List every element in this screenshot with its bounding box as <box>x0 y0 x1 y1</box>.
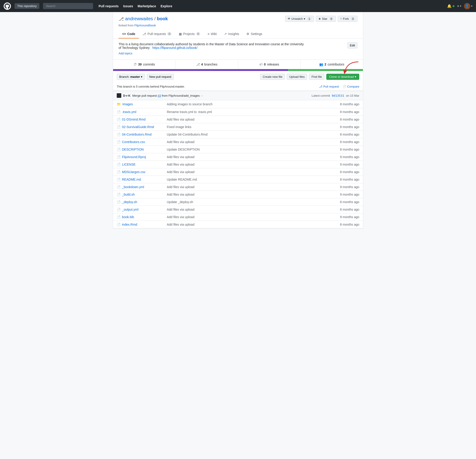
repo-desc-link[interactable]: https://fliparound.github.io/book/ <box>152 46 197 50</box>
file-link[interactable]: 📄 DESCRIPTION <box>117 148 160 151</box>
compare-link[interactable]: 📄 Compare <box>343 85 359 88</box>
unwatch-count: 1 <box>307 17 312 20</box>
file-name: LICENSE <box>122 163 136 166</box>
file-link[interactable]: 📄 README.md <box>117 178 160 181</box>
file-time: 8 months ago <box>340 148 359 151</box>
file-name-cell: 📄 MDSIJargon.csv <box>113 168 163 176</box>
notifications-button[interactable]: 🔔 <box>447 4 454 8</box>
find-file-button[interactable]: Find file <box>309 74 324 80</box>
add-topics-link[interactable]: Add topics <box>119 52 132 55</box>
branches-stat[interactable]: ⎇ 4 branches <box>176 60 238 69</box>
repo-description: This is a living document collaborativel… <box>113 39 363 51</box>
star-icon: ★ <box>318 17 321 20</box>
file-link[interactable]: 📄 02-SurvivalGuide.Rmd <box>117 125 160 129</box>
file-link[interactable]: 📄 _output.yml <box>117 208 160 211</box>
file-time-cell: 9 months ago <box>296 213 363 221</box>
table-row: 📄 index.Rmd Add files via upload 8 month… <box>113 221 363 228</box>
search-input[interactable] <box>43 3 93 9</box>
file-message-cell: Add files via upload <box>163 116 296 123</box>
repo-name-link[interactable]: book <box>157 16 168 21</box>
file-name-cell: 📄 FlipAround.Rproj <box>113 153 163 161</box>
user-avatar-button[interactable]: 👤 ▾ <box>464 3 472 9</box>
star-button[interactable]: ★ Star 0 <box>316 16 336 22</box>
contributors-stat[interactable]: 👥 2 contributors <box>301 60 363 69</box>
file-link[interactable]: 📄 book.bib <box>117 215 160 219</box>
edit-button[interactable]: Edit <box>348 42 357 49</box>
nav-issues[interactable]: Issues <box>123 4 133 8</box>
releases-stat[interactable]: 🏷 0 releases <box>238 60 301 69</box>
file-link[interactable]: 📄 01-DSmind.Rmd <box>117 117 160 121</box>
plus-button[interactable]: + ▾ <box>457 4 461 8</box>
table-row: 📄 README.md Update README.md 8 months ag… <box>113 176 363 183</box>
upload-files-button[interactable]: Upload files <box>287 74 307 80</box>
unwatch-button[interactable]: 👁 Unwatch ▾ 1 <box>285 16 314 22</box>
branches-icon: ⎇ <box>196 63 200 66</box>
file-link[interactable]: 📄 LICENSE <box>117 163 160 166</box>
table-row: 📄 DESCRIPTION Update DESCRIPTION 8 month… <box>113 146 363 153</box>
this-repository-button[interactable]: This repository <box>15 3 39 9</box>
unwatch-label: Unwatch <box>291 17 303 20</box>
tab-code[interactable]: <> Code <box>119 30 139 38</box>
repo-owner-link[interactable]: andrewwaites <box>125 16 153 21</box>
file-browser-header: Branch: master ▾ New pull request Create… <box>113 71 363 83</box>
pr-badge: 0 <box>167 32 171 35</box>
file-link[interactable]: 📄 MDSIJargon.csv <box>117 170 160 174</box>
content-wrapper: ⎇ andrewwaites / book 👁 Unwatch ▾ 1 <box>113 12 363 229</box>
commits-stat[interactable]: ⏱ 39 commits <box>113 60 176 69</box>
tab-wiki[interactable]: ≡ Wiki <box>204 30 221 38</box>
file-link[interactable]: 📄 FlipAround.Rproj <box>117 155 160 159</box>
fork-source-link[interactable]: FlipAround/book <box>134 24 156 27</box>
nav-explore[interactable]: Explore <box>161 4 172 8</box>
star-count: 0 <box>329 17 333 20</box>
chevron-down-icon: ▾ <box>304 17 305 20</box>
file-icon: 📄 <box>117 110 121 114</box>
file-message: Add files via upload <box>167 155 194 159</box>
file-icon: 📄 <box>117 133 121 136</box>
commit-hash-link[interactable]: 9d13531 <box>332 94 344 97</box>
pull-request-link[interactable]: ⎇ Pull request <box>319 85 339 88</box>
file-link[interactable]: 📄 Contributors.csv <box>117 140 160 144</box>
file-message-cell: Add files via upload <box>163 153 296 161</box>
compare-icon: 📄 <box>343 85 346 88</box>
file-name: 02-SurvivalGuide.Rmd <box>122 125 154 129</box>
file-name-cell: 📄 02-SurvivalGuide.Rmd <box>113 123 163 131</box>
tab-pull-requests[interactable]: ⎇ Pull requests 0 <box>139 30 175 38</box>
file-link[interactable]: 📄 04-Contributors.Rmd <box>117 133 160 136</box>
file-time-cell: 8 months ago <box>296 100 363 108</box>
file-name-cell: 📄 04-Contributors.Rmd <box>113 131 163 138</box>
file-name-cell: 📄 DESCRIPTION <box>113 146 163 153</box>
tab-settings[interactable]: ⚙ Settings <box>243 30 266 38</box>
file-name-cell: 📄 index.Rmd <box>113 221 163 228</box>
branch-selector[interactable]: Branch: master ▾ <box>117 74 145 80</box>
create-new-file-button[interactable]: Create new file <box>260 74 285 80</box>
file-name: 04-Contributors.Rmd <box>122 133 152 136</box>
file-link[interactable]: 📁 Images <box>117 102 160 106</box>
file-message: Fixed image links <box>167 125 191 129</box>
file-link[interactable]: 📄 _build.sh <box>117 193 160 196</box>
repo-desc-text: This is a living document collaborativel… <box>119 42 305 50</box>
fork-button[interactable]: ⑂ Fork 3 <box>338 16 357 22</box>
file-icon: 📄 <box>117 148 121 151</box>
commit-pr-link[interactable]: #3 <box>158 94 161 97</box>
file-message: Add files via upload <box>167 185 194 189</box>
clone-or-download-button[interactable]: Clone or download ▾ <box>326 74 359 80</box>
table-row: 📁 Images Adding images to source branch … <box>113 100 363 108</box>
file-time-cell: 9 months ago <box>296 153 363 161</box>
projects-badge: 0 <box>196 32 200 35</box>
nav-marketplace[interactable]: Marketplace <box>138 4 156 8</box>
file-link[interactable]: 📄 .travis.yml <box>117 110 160 114</box>
new-pull-request-button[interactable]: New pull request <box>147 74 174 80</box>
file-link[interactable]: 📄 index.Rmd <box>117 223 160 226</box>
tab-insights[interactable]: ↗ Insights <box>221 30 243 38</box>
tab-projects[interactable]: ▦ Projects 0 <box>175 30 204 38</box>
file-link[interactable]: 📄 _bookdown.yml <box>117 185 160 189</box>
file-link[interactable]: 📄 _deploy.sh <box>117 200 160 204</box>
file-time-cell: 8 months ago <box>296 221 363 228</box>
file-message-cell: Add files via upload <box>163 206 296 213</box>
nav-pull-requests[interactable]: Pull requests <box>99 4 119 8</box>
file-icon: 📄 <box>117 215 121 219</box>
github-logo[interactable] <box>4 2 11 10</box>
nav-links: Pull requests Issues Marketplace Explore <box>99 4 172 8</box>
code-icon: <> <box>122 32 126 36</box>
file-table: 📁 Images Adding images to source branch … <box>113 100 363 228</box>
